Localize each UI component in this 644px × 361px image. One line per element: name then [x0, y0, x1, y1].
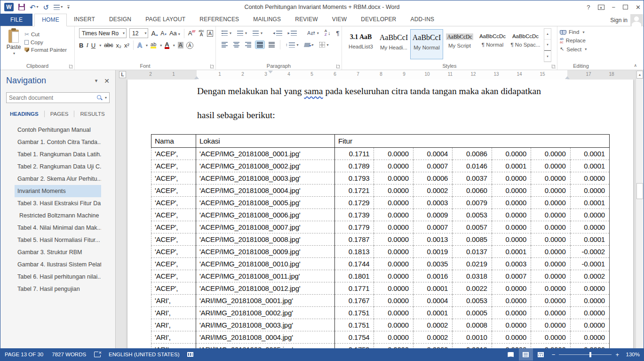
zoom-out-icon[interactable]: − [552, 351, 556, 358]
nav-item[interactable]: Invariant Moments [15, 185, 101, 197]
shading-button[interactable]: ▾ [303, 42, 315, 48]
paragraph[interactable]: Dengan melakukan hal yang sama pada kese… [197, 80, 610, 96]
multilevel-list-button[interactable]: ▾ [251, 30, 264, 37]
nav-item[interactable]: Tabel 5. Hasil Normaliasi Fitur... [15, 234, 101, 246]
print-layout-button[interactable] [519, 348, 533, 361]
ribbon-display-options-icon[interactable]: ▴ [598, 5, 604, 10]
style-item--no-spac-[interactable]: AaBbCcDc¶ No Spac... [509, 29, 542, 59]
nav-item[interactable]: Tabel 2. Rangkuman Data Uji C... [15, 160, 101, 173]
font-color-button[interactable]: A [165, 42, 169, 49]
justify-button[interactable] [255, 41, 264, 48]
font-name-combo[interactable]: Times New Ro▾ [79, 28, 127, 38]
underline-dropdown-icon[interactable]: ▾ [99, 43, 101, 48]
font-dialog-launcher-icon[interactable] [210, 64, 214, 68]
borders-button[interactable]: ▾ [318, 41, 330, 48]
clipboard-dialog-launcher-icon[interactable] [69, 64, 73, 68]
nav-tab-results[interactable]: RESULTS [77, 111, 107, 117]
strikethrough-button[interactable]: abc [104, 42, 113, 48]
select-button[interactable]: ↖Select▾ [560, 46, 602, 52]
tab-view[interactable]: VIEW [325, 14, 354, 26]
tab-home[interactable]: HOME [34, 14, 67, 26]
align-center-button[interactable] [232, 41, 241, 48]
left-indent-marker[interactable] [194, 74, 199, 79]
collapse-ribbon-icon[interactable]: ∧ [634, 63, 637, 68]
styles-more-icon[interactable]: ▾ [544, 50, 551, 62]
proofing-errors-icon[interactable] [94, 352, 101, 357]
nav-item[interactable]: Gambar 4. Ilustrasi Sistem Pelat... [15, 258, 101, 271]
clear-formatting-button[interactable]: A [188, 30, 192, 37]
bold-button[interactable]: B [79, 42, 83, 49]
replace-button[interactable]: abacReplace [560, 37, 602, 44]
find-button[interactable]: Find▾ [560, 29, 602, 35]
customize-qat-icon[interactable]: ▾ [67, 5, 70, 9]
nav-item[interactable]: Tabel 3. Hasil Ekstraksi Fitur Da... [15, 197, 101, 209]
maximize-icon[interactable] [623, 5, 628, 9]
web-layout-button[interactable] [534, 348, 548, 361]
undo-icon[interactable]: ↶▾ [30, 4, 39, 11]
format-painter-button[interactable]: Format Painter [24, 47, 67, 53]
search-dropdown-icon[interactable]: ▾ [105, 96, 107, 100]
text-effects-button[interactable]: A [137, 41, 142, 49]
tab-selector[interactable]: L [119, 71, 126, 78]
nav-item[interactable]: Gambar 3. Struktur RBM [15, 246, 101, 258]
style-item-my-script[interactable]: AaBbCcDcMy Script [443, 29, 476, 59]
tab-mailings[interactable]: MAILINGS [246, 14, 288, 26]
phonetic-guide-button[interactable]: abcA [199, 29, 204, 37]
vertical-scrollbar[interactable]: ▲ [636, 70, 644, 348]
character-shading-button[interactable]: A [178, 42, 183, 48]
data-table[interactable]: Nama Lokasi Fitur 'ACEP','ACEP/IMG_20181… [151, 134, 610, 348]
document-canvas[interactable]: Dengan melakukan hal yang sama pada kese… [116, 80, 636, 348]
increase-indent-button[interactable]: ▸ [286, 30, 299, 37]
styles-scroll-down-icon[interactable]: ▾ [544, 40, 551, 50]
style-item-my-headi-[interactable]: AaBbCcIMy Headi... [377, 29, 410, 59]
asian-layout-button[interactable]: A⇄▾ [306, 29, 320, 37]
word-count[interactable]: 7827 WORDS [48, 352, 90, 357]
document-page[interactable]: Dengan melakukan hal yang sama pada kese… [127, 80, 633, 348]
nav-item[interactable]: Gambar 2. Skema Alur Perhitu... [15, 173, 101, 185]
character-border-button[interactable]: A [207, 30, 213, 37]
nav-tab-headings[interactable]: HEADINGS [7, 111, 41, 117]
nav-item[interactable]: Contoh Perhitungan Manual [15, 124, 101, 136]
nav-item[interactable]: Tabel 6. Hasil perhitungan nilai... [15, 271, 101, 283]
macro-recording-icon[interactable] [187, 352, 193, 357]
avatar[interactable] [630, 14, 643, 26]
styles-scroll-up-icon[interactable]: ▴ [544, 29, 551, 40]
scroll-up-icon[interactable]: ▲ [636, 71, 643, 79]
paragraph-dialog-launcher-icon[interactable] [336, 64, 340, 68]
cut-button[interactable]: ✂Cut [24, 31, 67, 38]
style-item--normal[interactable]: AaBbCcDc¶ Normal [476, 29, 509, 59]
misspelled-word[interactable]: sama [304, 86, 323, 96]
superscript-button[interactable]: x² [124, 42, 129, 49]
zoom-in-icon[interactable]: + [615, 351, 619, 358]
paste-dropdown-icon[interactable]: ▾ [13, 51, 15, 56]
search-input[interactable] [9, 95, 96, 101]
nav-item[interactable]: Restricted Boltzmann Machine [15, 209, 101, 222]
right-indent-marker[interactable] [565, 74, 570, 79]
italic-button[interactable]: I [86, 41, 88, 49]
distributed-button[interactable] [267, 41, 276, 48]
decrease-indent-button[interactable]: ◂ [271, 30, 284, 37]
nav-item[interactable]: Tabel 4. Nilai Minimal dan Mak... [15, 222, 101, 234]
tab-references[interactable]: REFERENCES [192, 14, 246, 26]
undo-dropdown-icon[interactable]: ▾ [37, 5, 39, 9]
show-hide-paragraph-button[interactable]: ¶ [335, 29, 341, 38]
first-line-indent-marker[interactable] [268, 71, 273, 76]
font-size-combo[interactable]: 12▾ [129, 28, 148, 38]
highlight-color-button[interactable]: ab [151, 42, 156, 48]
tab-add-ins[interactable]: ADD-INS [403, 14, 441, 26]
nav-tab-pages[interactable]: PAGES [48, 111, 72, 117]
tab-developer[interactable]: DEVELOPER [354, 14, 403, 26]
styles-dialog-launcher-icon[interactable] [552, 64, 556, 68]
zoom-slider[interactable] [559, 354, 612, 355]
paste-button[interactable]: Paste ▾ [3, 28, 24, 62]
enclose-characters-button[interactable]: A [186, 42, 193, 49]
subscript-button[interactable]: x₂ [116, 42, 122, 49]
language-indicator[interactable]: ENGLISH (UNITED STATES) [104, 352, 183, 357]
nav-item[interactable]: Tabel 1. Rangkuman Data Latih... [15, 148, 101, 160]
multilevel-list-quick-icon[interactable]: ▾ [54, 5, 63, 10]
navigation-options-icon[interactable]: ▾ [95, 78, 98, 84]
horizontal-ruler[interactable]: L 211234567891011121314151718 [116, 70, 636, 80]
shrink-font-button[interactable]: A▾ [160, 30, 167, 37]
tab-page-layout[interactable]: PAGE LAYOUT [138, 14, 192, 26]
align-right-button[interactable] [244, 41, 253, 48]
